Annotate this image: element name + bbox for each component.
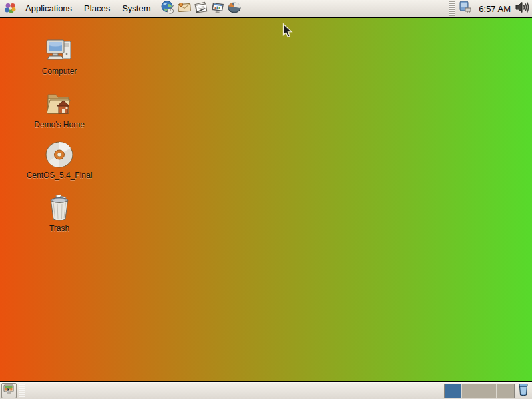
desktop-icon-label: Computer [42, 67, 77, 76]
show-desktop-icon [3, 384, 15, 398]
desktop-background[interactable]: Computer Demo's Home [0, 18, 532, 381]
pie-chart-icon [227, 0, 242, 17]
workspace-4[interactable] [497, 384, 514, 398]
desktop-icon-label: CentOS_5.4_Final [27, 171, 93, 180]
workspace-switcher [444, 384, 515, 398]
clock[interactable]: 6:57 AM [476, 4, 514, 14]
panel-drag-handle[interactable] [449, 1, 455, 16]
presentation-launcher[interactable] [210, 1, 226, 17]
desktop-icon-label: Demo's Home [34, 121, 85, 129]
desktop-icon-computer[interactable]: Computer [19, 36, 99, 76]
cdrom-icon [44, 140, 75, 169]
panel-launchers [160, 1, 242, 17]
mouse-cursor [282, 23, 294, 42]
top-panel: Applications Places System [0, 0, 532, 17]
email-launcher[interactable] [176, 1, 192, 17]
distro-logo-icon [0, 2, 19, 15]
trash-icon [44, 193, 75, 222]
workspace-2[interactable] [462, 384, 479, 398]
computer-icon [44, 36, 75, 65]
trash-applet[interactable] [516, 384, 531, 398]
desktop-icon-cdrom[interactable]: CentOS_5.4_Final [19, 140, 99, 180]
home-folder-icon [44, 89, 75, 119]
system-tray: 6:57 AM [447, 0, 530, 17]
presentation-icon [210, 0, 225, 17]
network-icon[interactable] [457, 0, 475, 17]
show-desktop-button[interactable] [1, 383, 17, 398]
panel-drag-handle[interactable] [19, 384, 25, 398]
word-processor-launcher[interactable] [193, 1, 209, 17]
desktop-screen: Applications Places System [0, 0, 532, 399]
menu-applications[interactable]: Applications [19, 0, 78, 17]
trash-applet-icon [517, 383, 530, 399]
workspace-3[interactable] [479, 384, 497, 398]
desktop-icon-trash[interactable]: Trash [19, 193, 99, 233]
volume-icon[interactable] [514, 0, 530, 17]
email-icon [177, 0, 192, 17]
desktop-icon-home[interactable]: Demo's Home [19, 89, 99, 129]
bottom-panel [0, 382, 532, 399]
pie-chart-launcher[interactable] [226, 1, 242, 17]
desktop-icon-label: Trash [49, 224, 69, 233]
web-browser-launcher[interactable] [160, 1, 176, 17]
menu-system[interactable]: System [116, 0, 156, 17]
web-browser-icon [160, 0, 175, 17]
menu-places[interactable]: Places [78, 0, 116, 17]
workspace-1[interactable] [445, 384, 462, 398]
word-processor-icon [194, 0, 208, 17]
